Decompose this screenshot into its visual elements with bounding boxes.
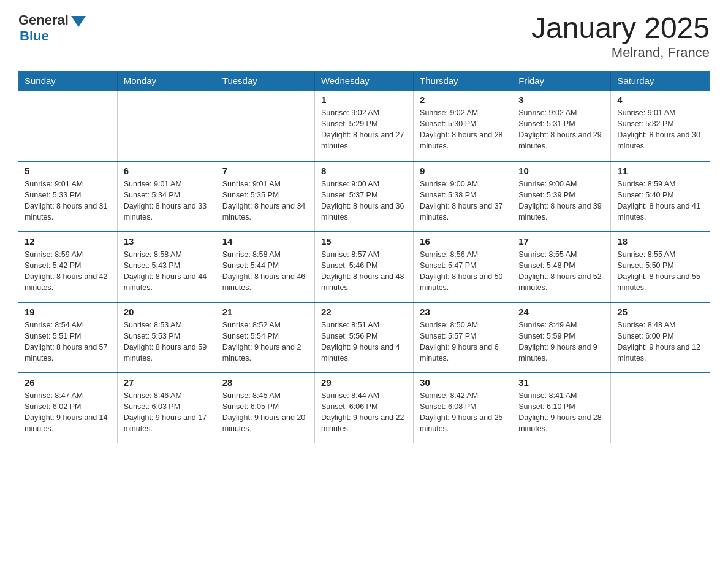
calendar-cell: 24Sunrise: 8:49 AM Sunset: 5:59 PM Dayli… xyxy=(512,302,611,373)
calendar-cell: 30Sunrise: 8:42 AM Sunset: 6:08 PM Dayli… xyxy=(414,373,512,443)
day-number: 21 xyxy=(222,307,308,317)
calendar-cell: 9Sunrise: 9:00 AM Sunset: 5:38 PM Daylig… xyxy=(414,161,512,232)
day-header-saturday: Saturday xyxy=(611,71,710,91)
day-number: 2 xyxy=(420,94,506,105)
day-info: Sunrise: 8:49 AM Sunset: 5:59 PM Dayligh… xyxy=(518,320,604,364)
calendar-cell: 4Sunrise: 9:01 AM Sunset: 5:32 PM Daylig… xyxy=(611,91,710,161)
day-header-friday: Friday xyxy=(512,71,611,91)
day-info: Sunrise: 8:59 AM Sunset: 5:42 PM Dayligh… xyxy=(25,249,111,294)
logo: General Blue xyxy=(18,12,86,44)
day-number: 25 xyxy=(617,307,703,317)
calendar-header-row: SundayMondayTuesdayWednesdayThursdayFrid… xyxy=(18,71,710,91)
day-number: 29 xyxy=(321,377,407,388)
calendar-cell: 1Sunrise: 9:02 AM Sunset: 5:29 PM Daylig… xyxy=(314,91,413,161)
calendar-cell xyxy=(611,373,710,443)
calendar-cell: 31Sunrise: 8:41 AM Sunset: 6:10 PM Dayli… xyxy=(512,373,611,443)
calendar-cell xyxy=(117,91,216,161)
day-info: Sunrise: 8:47 AM Sunset: 6:02 PM Dayligh… xyxy=(25,390,111,435)
day-info: Sunrise: 9:00 AM Sunset: 5:37 PM Dayligh… xyxy=(321,178,407,223)
calendar-week-row: 5Sunrise: 9:01 AM Sunset: 5:33 PM Daylig… xyxy=(18,161,710,232)
day-number: 13 xyxy=(124,236,210,247)
calendar-week-row: 1Sunrise: 9:02 AM Sunset: 5:29 PM Daylig… xyxy=(18,91,710,161)
day-info: Sunrise: 8:52 AM Sunset: 5:54 PM Dayligh… xyxy=(222,320,308,364)
calendar-table: SundayMondayTuesdayWednesdayThursdayFrid… xyxy=(18,71,710,443)
day-number: 30 xyxy=(420,377,506,388)
calendar-cell: 8Sunrise: 9:00 AM Sunset: 5:37 PM Daylig… xyxy=(314,161,413,232)
day-info: Sunrise: 8:46 AM Sunset: 6:03 PM Dayligh… xyxy=(124,390,210,435)
calendar-cell: 25Sunrise: 8:48 AM Sunset: 6:00 PM Dayli… xyxy=(611,302,710,373)
day-number: 26 xyxy=(25,377,111,388)
calendar-cell: 21Sunrise: 8:52 AM Sunset: 5:54 PM Dayli… xyxy=(216,302,314,373)
title-block: January 2025 Melrand, France xyxy=(531,12,710,61)
day-info: Sunrise: 9:02 AM Sunset: 5:29 PM Dayligh… xyxy=(321,107,407,152)
day-info: Sunrise: 8:57 AM Sunset: 5:46 PM Dayligh… xyxy=(321,249,407,294)
calendar-cell: 26Sunrise: 8:47 AM Sunset: 6:02 PM Dayli… xyxy=(18,373,117,443)
day-info: Sunrise: 9:01 AM Sunset: 5:32 PM Dayligh… xyxy=(617,107,703,152)
day-number: 6 xyxy=(124,166,210,176)
day-info: Sunrise: 9:00 AM Sunset: 5:38 PM Dayligh… xyxy=(420,178,506,223)
day-number: 12 xyxy=(25,236,111,247)
day-number: 16 xyxy=(420,236,506,247)
day-header-tuesday: Tuesday xyxy=(216,71,314,91)
calendar-cell: 23Sunrise: 8:50 AM Sunset: 5:57 PM Dayli… xyxy=(414,302,512,373)
day-number: 14 xyxy=(222,236,308,247)
page-title: January 2025 xyxy=(531,12,710,45)
calendar-cell: 15Sunrise: 8:57 AM Sunset: 5:46 PM Dayli… xyxy=(314,232,413,302)
page-header: General Blue January 2025 Melrand, Franc… xyxy=(18,12,710,61)
day-header-thursday: Thursday xyxy=(414,71,512,91)
calendar-week-row: 12Sunrise: 8:59 AM Sunset: 5:42 PM Dayli… xyxy=(18,232,710,302)
day-info: Sunrise: 9:00 AM Sunset: 5:39 PM Dayligh… xyxy=(518,178,604,223)
logo-blue-text: Blue xyxy=(20,28,49,44)
day-number: 22 xyxy=(321,307,407,317)
calendar-week-row: 19Sunrise: 8:54 AM Sunset: 5:51 PM Dayli… xyxy=(18,302,710,373)
calendar-cell: 29Sunrise: 8:44 AM Sunset: 6:06 PM Dayli… xyxy=(314,373,413,443)
day-info: Sunrise: 8:55 AM Sunset: 5:48 PM Dayligh… xyxy=(518,249,604,294)
calendar-cell: 19Sunrise: 8:54 AM Sunset: 5:51 PM Dayli… xyxy=(18,302,117,373)
day-number: 5 xyxy=(25,166,111,176)
calendar-week-row: 26Sunrise: 8:47 AM Sunset: 6:02 PM Dayli… xyxy=(18,373,710,443)
calendar-cell: 20Sunrise: 8:53 AM Sunset: 5:53 PM Dayli… xyxy=(117,302,216,373)
day-number: 9 xyxy=(420,166,506,176)
calendar-cell xyxy=(216,91,314,161)
day-info: Sunrise: 9:01 AM Sunset: 5:35 PM Dayligh… xyxy=(222,178,308,223)
day-number: 17 xyxy=(518,236,604,247)
calendar-cell: 28Sunrise: 8:45 AM Sunset: 6:05 PM Dayli… xyxy=(216,373,314,443)
day-info: Sunrise: 8:50 AM Sunset: 5:57 PM Dayligh… xyxy=(420,320,506,364)
day-info: Sunrise: 8:58 AM Sunset: 5:43 PM Dayligh… xyxy=(124,249,210,294)
calendar-cell: 18Sunrise: 8:55 AM Sunset: 5:50 PM Dayli… xyxy=(611,232,710,302)
day-header-monday: Monday xyxy=(117,71,216,91)
day-number: 27 xyxy=(124,377,210,388)
day-info: Sunrise: 8:54 AM Sunset: 5:51 PM Dayligh… xyxy=(25,320,111,364)
day-number: 28 xyxy=(222,377,308,388)
day-number: 3 xyxy=(518,94,604,105)
day-number: 18 xyxy=(617,236,703,247)
logo-triangle-icon xyxy=(71,16,86,27)
calendar-cell: 11Sunrise: 8:59 AM Sunset: 5:40 PM Dayli… xyxy=(611,161,710,232)
day-info: Sunrise: 8:42 AM Sunset: 6:08 PM Dayligh… xyxy=(420,390,506,435)
day-info: Sunrise: 9:02 AM Sunset: 5:30 PM Dayligh… xyxy=(420,107,506,152)
calendar-cell: 16Sunrise: 8:56 AM Sunset: 5:47 PM Dayli… xyxy=(414,232,512,302)
page-subtitle: Melrand, France xyxy=(531,45,710,61)
day-info: Sunrise: 8:45 AM Sunset: 6:05 PM Dayligh… xyxy=(222,390,308,435)
calendar-cell: 13Sunrise: 8:58 AM Sunset: 5:43 PM Dayli… xyxy=(117,232,216,302)
calendar-cell: 17Sunrise: 8:55 AM Sunset: 5:48 PM Dayli… xyxy=(512,232,611,302)
calendar-cell: 2Sunrise: 9:02 AM Sunset: 5:30 PM Daylig… xyxy=(414,91,512,161)
day-number: 4 xyxy=(617,94,703,105)
day-number: 11 xyxy=(617,166,703,176)
calendar-cell: 7Sunrise: 9:01 AM Sunset: 5:35 PM Daylig… xyxy=(216,161,314,232)
day-number: 7 xyxy=(222,166,308,176)
calendar-cell: 5Sunrise: 9:01 AM Sunset: 5:33 PM Daylig… xyxy=(18,161,117,232)
calendar-cell: 12Sunrise: 8:59 AM Sunset: 5:42 PM Dayli… xyxy=(18,232,117,302)
day-info: Sunrise: 9:02 AM Sunset: 5:31 PM Dayligh… xyxy=(518,107,604,152)
day-header-sunday: Sunday xyxy=(18,71,117,91)
day-info: Sunrise: 8:44 AM Sunset: 6:06 PM Dayligh… xyxy=(321,390,407,435)
day-info: Sunrise: 9:01 AM Sunset: 5:33 PM Dayligh… xyxy=(25,178,111,223)
day-info: Sunrise: 8:53 AM Sunset: 5:53 PM Dayligh… xyxy=(124,320,210,364)
calendar-cell: 10Sunrise: 9:00 AM Sunset: 5:39 PM Dayli… xyxy=(512,161,611,232)
calendar-cell: 6Sunrise: 9:01 AM Sunset: 5:34 PM Daylig… xyxy=(117,161,216,232)
day-info: Sunrise: 8:55 AM Sunset: 5:50 PM Dayligh… xyxy=(617,249,703,294)
day-number: 1 xyxy=(321,94,407,105)
calendar-cell: 3Sunrise: 9:02 AM Sunset: 5:31 PM Daylig… xyxy=(512,91,611,161)
day-number: 19 xyxy=(25,307,111,317)
day-info: Sunrise: 8:41 AM Sunset: 6:10 PM Dayligh… xyxy=(518,390,604,435)
